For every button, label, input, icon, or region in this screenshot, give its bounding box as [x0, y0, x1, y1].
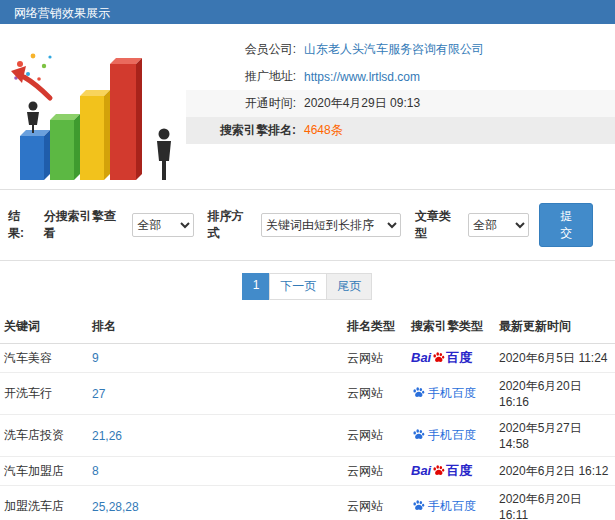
engine-filter-label: 分搜索引擎查看	[44, 208, 127, 242]
updated-cell: 2020年5月27日 14:58	[495, 415, 615, 457]
rank-link[interactable]: 8	[92, 464, 99, 478]
keyword-cell: 汽车加盟店	[0, 457, 88, 486]
rank-link[interactable]: 9	[92, 351, 99, 365]
engine-cell: Bai百度	[407, 457, 495, 486]
pagination: 1 下一页 尾页	[0, 261, 615, 310]
article-type-label: 文章类型	[415, 208, 462, 242]
promotion-url-label: 推广地址:	[186, 68, 304, 85]
rank-type-cell: 云网站	[343, 415, 407, 457]
result-section-label: 结果:	[8, 208, 36, 242]
rank-cell: 21,26	[88, 415, 343, 457]
promotion-url-link[interactable]: https://www.lrtlsd.com	[304, 70, 420, 84]
baidu-paw-icon	[412, 386, 425, 399]
engine-cell: Bai百度	[407, 344, 495, 373]
baidu-paw-icon	[412, 499, 425, 512]
engine-select[interactable]: 全部	[132, 213, 193, 237]
updated-cell: 2020年6月5日 11:24	[495, 344, 615, 373]
sort-mode-label: 排序方式	[208, 208, 255, 242]
keyword-ranking-table: 关键词 排名 排名类型 搜索引擎类型 最新更新时间 汽车美容 9 云网站 Bai…	[0, 310, 615, 520]
header-rank-type: 排名类型	[343, 310, 407, 344]
baidu-logo: Bai百度	[411, 464, 472, 478]
updated-cell: 2020年6月20日 16:11	[495, 486, 615, 520]
baidu-paw-icon	[432, 464, 445, 477]
info-row-company: 会员公司: 山东老人头汽车服务咨询有限公司	[186, 36, 615, 63]
filter-bar: 结果: 分搜索引擎查看 全部 排序方式 关键词由短到长排序 文章类型 全部 提交	[0, 189, 615, 261]
baidu-logo: Bai百度	[411, 351, 472, 365]
open-time-value: 2020年4月29日 09:13	[304, 95, 420, 112]
rank-cell: 8	[88, 457, 343, 486]
info-row-url: 推广地址: https://www.lrtlsd.com	[186, 63, 615, 90]
table-row: 加盟洗车店 25,28,28 云网站 手机百度 2020年6月20日 16:11	[0, 486, 615, 520]
mobile-baidu-logo: 手机百度	[411, 428, 476, 442]
rank-link[interactable]: 25,28,28	[92, 500, 139, 514]
info-row-open-time: 开通时间: 2020年4月29日 09:13	[186, 90, 615, 117]
engine-cell: 手机百度	[407, 373, 495, 415]
chart-illustration	[0, 24, 186, 189]
rank-type-cell: 云网站	[343, 344, 407, 373]
sort-select[interactable]: 关键词由短到长排序	[261, 213, 401, 237]
submit-button[interactable]: 提交	[539, 203, 593, 247]
keyword-cell: 加盟洗车店	[0, 486, 88, 520]
mobile-baidu-logo: 手机百度	[411, 499, 476, 513]
page-title: 网络营销效果展示	[14, 6, 110, 20]
ranking-count-label: 搜索引擎排名:	[186, 122, 304, 139]
keyword-cell: 开洗车行	[0, 373, 88, 415]
table-row: 汽车加盟店 8 云网站 Bai百度 2020年6月2日 16:12	[0, 457, 615, 486]
member-info-form: 会员公司: 山东老人头汽车服务咨询有限公司 推广地址: https://www.…	[186, 24, 615, 189]
keyword-cell: 汽车美容	[0, 344, 88, 373]
updated-cell: 2020年6月20日 16:16	[495, 373, 615, 415]
company-label: 会员公司:	[186, 41, 304, 58]
last-page-button[interactable]: 尾页	[326, 273, 372, 300]
rank-type-cell: 云网站	[343, 457, 407, 486]
rank-type-cell: 云网站	[343, 486, 407, 520]
next-page-button[interactable]: 下一页	[269, 273, 327, 300]
bar-chart-image	[6, 30, 184, 184]
baidu-paw-icon	[432, 351, 445, 364]
open-time-label: 开通时间:	[186, 95, 304, 112]
info-panel: 会员公司: 山东老人头汽车服务咨询有限公司 推广地址: https://www.…	[0, 24, 615, 189]
table-header-row: 关键词 排名 排名类型 搜索引擎类型 最新更新时间	[0, 310, 615, 344]
header-rank: 排名	[88, 310, 343, 344]
page-title-bar: 网络营销效果展示	[0, 0, 615, 24]
baidu-paw-icon	[412, 428, 425, 441]
member-company-link[interactable]: 山东老人头汽车服务咨询有限公司	[304, 41, 484, 58]
mobile-baidu-logo: 手机百度	[411, 386, 476, 400]
ranking-count-value: 4648条	[304, 122, 343, 139]
rank-type-cell: 云网站	[343, 373, 407, 415]
page-number-current[interactable]: 1	[242, 273, 271, 300]
engine-cell: 手机百度	[407, 415, 495, 457]
table-row: 汽车美容 9 云网站 Bai百度 2020年6月5日 11:24	[0, 344, 615, 373]
rank-link[interactable]: 27	[92, 387, 105, 401]
table-row: 洗车店投资 21,26 云网站 手机百度 2020年5月27日 14:58	[0, 415, 615, 457]
article-type-select[interactable]: 全部	[468, 213, 529, 237]
header-updated: 最新更新时间	[495, 310, 615, 344]
rank-cell: 9	[88, 344, 343, 373]
rank-link[interactable]: 21,26	[92, 429, 122, 443]
keyword-cell: 洗车店投资	[0, 415, 88, 457]
header-engine-type: 搜索引擎类型	[407, 310, 495, 344]
rank-cell: 27	[88, 373, 343, 415]
engine-cell: 手机百度	[407, 486, 495, 520]
updated-cell: 2020年6月2日 16:12	[495, 457, 615, 486]
info-row-ranking-count: 搜索引擎排名: 4648条	[186, 117, 615, 144]
filter-controls: 分搜索引擎查看 全部 排序方式 关键词由短到长排序 文章类型 全部 提交	[36, 203, 593, 247]
table-row: 开洗车行 27 云网站 手机百度 2020年6月20日 16:16	[0, 373, 615, 415]
rank-cell: 25,28,28	[88, 486, 343, 520]
header-keyword: 关键词	[0, 310, 88, 344]
